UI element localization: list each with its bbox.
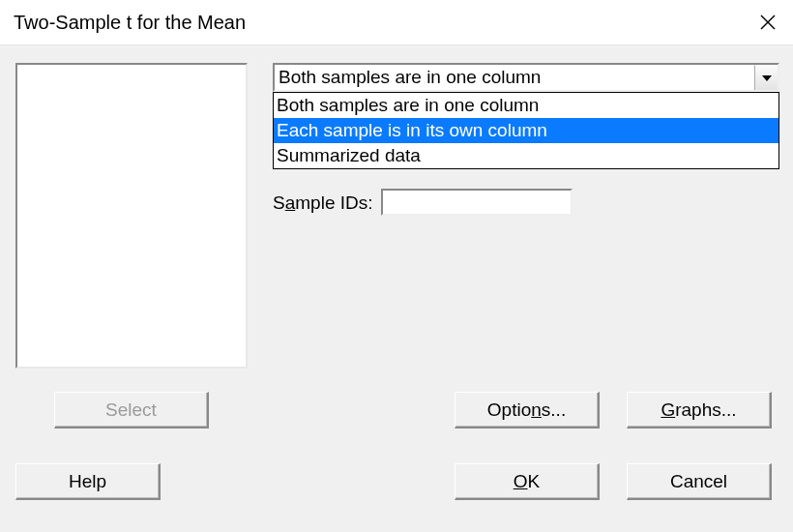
sample-ids-input[interactable]	[381, 189, 573, 216]
titlebar: Two-Sample t for the Mean	[0, 0, 793, 44]
chevron-down-icon	[762, 75, 772, 81]
graphs-button[interactable]: Graphs...	[627, 392, 772, 429]
dialog-client: Both samples are in one column Both samp…	[0, 44, 793, 532]
layout-combo-list[interactable]: Both samples are in one columnEach sampl…	[273, 92, 779, 169]
ok-button[interactable]: OK	[455, 463, 600, 500]
cancel-button[interactable]: Cancel	[627, 463, 772, 500]
help-button[interactable]: Help	[15, 463, 161, 500]
variable-listbox[interactable]	[15, 63, 248, 369]
window-title: Two-Sample t for the Mean	[14, 12, 246, 34]
select-button: Select	[54, 392, 209, 429]
options-button[interactable]: Options...	[455, 392, 600, 429]
sample-ids-label: Sample IDs:	[273, 192, 373, 214]
close-icon	[760, 15, 776, 30]
layout-combo-option[interactable]: Summarized data	[274, 143, 778, 168]
layout-combo-text: Both samples are in one column	[275, 67, 754, 88]
close-button[interactable]	[743, 0, 793, 44]
layout-combo[interactable]: Both samples are in one column	[273, 63, 779, 92]
layout-combo-option[interactable]: Each sample is in its own column	[274, 118, 778, 143]
layout-combo-option[interactable]: Both samples are in one column	[274, 93, 778, 118]
svg-marker-2	[762, 75, 772, 81]
dropdown-button[interactable]	[754, 65, 778, 90]
